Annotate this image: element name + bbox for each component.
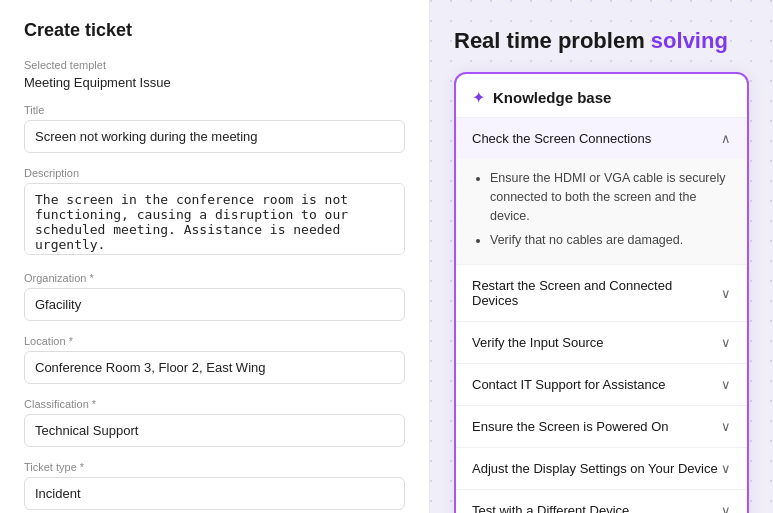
accordion-item-test-device: Test with a Different Device∨ (456, 489, 747, 513)
selected-template-label: Selected templet (24, 59, 405, 71)
ticket-type-input[interactable] (24, 477, 405, 510)
accordion-label-verify-input: Verify the Input Source (472, 335, 604, 350)
accordion-label-adjust-display: Adjust the Display Settings on Your Devi… (472, 461, 718, 476)
accordion-container: Check the Screen Connections∧Ensure the … (456, 117, 747, 513)
heading-highlight: solving (651, 28, 728, 53)
accordion-item-verify-input: Verify the Input Source∨ (456, 321, 747, 363)
accordion-header-check-screen-connections[interactable]: Check the Screen Connections∧ (456, 118, 747, 159)
page-title: Create ticket (24, 20, 405, 41)
classification-input[interactable] (24, 414, 405, 447)
bullet-item: Ensure the HDMI or VGA cable is securely… (490, 169, 731, 225)
location-label: Location * (24, 335, 405, 347)
accordion-item-adjust-display: Adjust the Display Settings on Your Devi… (456, 447, 747, 489)
chevron-down-icon: ∨ (721, 377, 731, 392)
ticket-type-group: Ticket type * (24, 461, 405, 510)
knowledge-box: ✦ Knowledge base Check the Screen Connec… (454, 72, 749, 513)
selected-template-value: Meeting Equipment Issue (24, 75, 405, 90)
chevron-down-icon: ∨ (721, 503, 731, 513)
knowledge-header: ✦ Knowledge base (456, 74, 747, 117)
ticket-type-label: Ticket type * (24, 461, 405, 473)
organization-input[interactable] (24, 288, 405, 321)
selected-template-group: Selected templet Meeting Equipment Issue (24, 59, 405, 90)
description-group: Description The screen in the conference… (24, 167, 405, 258)
chevron-down-icon: ∨ (721, 335, 731, 350)
left-panel: Create ticket Selected templet Meeting E… (0, 0, 430, 513)
chevron-down-icon: ∨ (721, 461, 731, 476)
knowledge-title: Knowledge base (493, 89, 611, 106)
accordion-label-test-device: Test with a Different Device (472, 503, 629, 513)
title-group: Title (24, 104, 405, 153)
accordion-header-verify-input[interactable]: Verify the Input Source∨ (456, 322, 747, 363)
description-label: Description (24, 167, 405, 179)
classification-group: Classification * (24, 398, 405, 447)
description-input[interactable]: The screen in the conference room is not… (24, 183, 405, 255)
accordion-header-contact-support[interactable]: Contact IT Support for Assistance∨ (456, 364, 747, 405)
title-input[interactable] (24, 120, 405, 153)
accordion-item-check-screen-connections: Check the Screen Connections∧Ensure the … (456, 117, 747, 264)
chevron-up-icon: ∧ (721, 131, 731, 146)
accordion-label-ensure-powered: Ensure the Screen is Powered On (472, 419, 669, 434)
location-group: Location * (24, 335, 405, 384)
chevron-down-icon: ∨ (721, 286, 731, 301)
organization-label: Organization * (24, 272, 405, 284)
accordion-label-check-screen-connections: Check the Screen Connections (472, 131, 651, 146)
accordion-item-restart-screen: Restart the Screen and Connected Devices… (456, 264, 747, 321)
right-panel: Real time problem solving ✦ Knowledge ba… (430, 0, 773, 513)
accordion-item-ensure-powered: Ensure the Screen is Powered On∨ (456, 405, 747, 447)
classification-label: Classification * (24, 398, 405, 410)
heading-start: Real time problem (454, 28, 651, 53)
location-input[interactable] (24, 351, 405, 384)
accordion-body-check-screen-connections: Ensure the HDMI or VGA cable is securely… (456, 159, 747, 264)
accordion-header-restart-screen[interactable]: Restart the Screen and Connected Devices… (456, 265, 747, 321)
accordion-header-ensure-powered[interactable]: Ensure the Screen is Powered On∨ (456, 406, 747, 447)
chevron-down-icon: ∨ (721, 419, 731, 434)
bullet-item: Verify that no cables are damaged. (490, 231, 731, 250)
accordion-header-adjust-display[interactable]: Adjust the Display Settings on Your Devi… (456, 448, 747, 489)
title-label: Title (24, 104, 405, 116)
right-heading: Real time problem solving (454, 28, 749, 54)
accordion-label-contact-support: Contact IT Support for Assistance (472, 377, 665, 392)
organization-group: Organization * (24, 272, 405, 321)
accordion-item-contact-support: Contact IT Support for Assistance∨ (456, 363, 747, 405)
sparkle-icon: ✦ (472, 88, 485, 107)
accordion-header-test-device[interactable]: Test with a Different Device∨ (456, 490, 747, 513)
accordion-label-restart-screen: Restart the Screen and Connected Devices (472, 278, 721, 308)
